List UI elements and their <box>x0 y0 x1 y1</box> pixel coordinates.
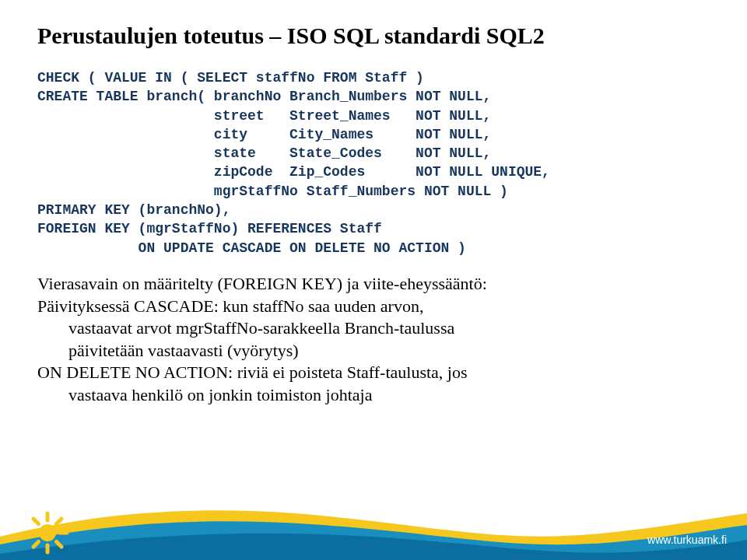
svg-line-8 <box>57 519 62 524</box>
body-line-indented: vastaava henkilö on jonkin toimiston joh… <box>37 384 710 407</box>
svg-line-7 <box>33 542 39 548</box>
footer-url: www.turkuamk.fi <box>647 534 727 546</box>
svg-line-5 <box>33 519 39 524</box>
slide-title: Perustaulujen toteutus – ISO SQL standar… <box>37 22 710 50</box>
sun-logo-icon <box>25 510 70 555</box>
body-line-indented: vastaavat arvot mgrStaffNo-sarakkeella B… <box>37 317 710 340</box>
svg-line-6 <box>57 542 62 548</box>
body-paragraph: Vierasavain on määritelty (FOREIGN KEY) … <box>37 273 710 407</box>
body-line: ON DELETE NO ACTION: riviä ei poisteta S… <box>37 362 710 384</box>
slide-container: Perustaulujen toteutus – ISO SQL standar… <box>0 0 747 560</box>
body-line: Päivityksessä CASCADE: kun staffNo saa u… <box>37 296 710 318</box>
body-line-indented: päivitetään vastaavasti (vyörytys) <box>37 340 710 362</box>
svg-point-0 <box>39 524 56 541</box>
body-line: Vierasavain on määritelty (FOREIGN KEY) … <box>37 273 710 296</box>
code-block: CHECK ( VALUE IN ( SELECT staffNo FROM S… <box>37 68 710 257</box>
